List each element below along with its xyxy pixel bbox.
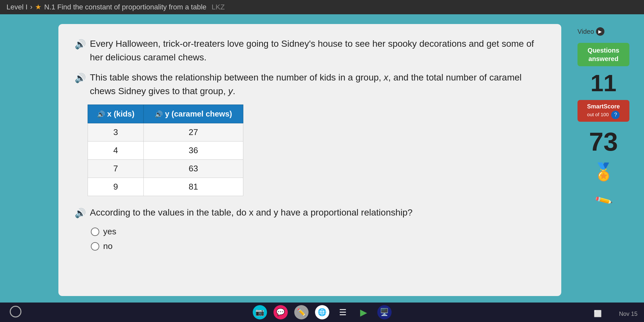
pencil-icon: ✏️ [594, 191, 613, 210]
table-cell-y: 81 [144, 178, 243, 196]
taskbar-icon-camera[interactable]: 📷 [253, 305, 267, 319]
table-cell-x: 7 [88, 160, 144, 178]
table-col1-header: 🔊 x (kids) [88, 105, 144, 123]
table-cell-y: 36 [144, 142, 243, 160]
table-row: 9 81 [88, 178, 243, 196]
paragraph1-container: 🔊 Every Halloween, trick-or-treaters lov… [75, 37, 545, 64]
date-display: Nov 15 [619, 311, 638, 317]
video-button[interactable]: Video ▶ [577, 27, 604, 36]
pencil-container: ✏️ [596, 193, 611, 207]
paragraph2-container: 🔊 This table shows the relationship betw… [75, 71, 545, 98]
smartscore-sublabel: out of 100 ? [581, 111, 626, 119]
table-cell-x: 3 [88, 123, 144, 142]
speaker-icon-2[interactable]: 🔊 [75, 71, 86, 85]
question-text-container: 🔊 According to the values in the table, … [75, 206, 545, 220]
bottom-left-circle [10, 306, 21, 317]
breadcrumb: Level I › ★ N.1 Find the constant of pro… [6, 3, 225, 11]
smartscore-number: 73 [589, 127, 618, 157]
table-row: 3 27 [88, 123, 243, 142]
taskbar-icon-chrome[interactable]: 🌐 [315, 305, 329, 319]
separator: › [30, 3, 32, 11]
radio-group: yes no [91, 227, 545, 251]
table-cell-x: 4 [88, 142, 144, 160]
speaker-icon-col1[interactable]: 🔊 [97, 111, 105, 118]
star-icon: ★ [35, 3, 42, 11]
table-cell-x: 9 [88, 178, 144, 196]
taskbar-icon-menu[interactable]: ☰ [336, 305, 350, 319]
speaker-icon-col2[interactable]: 🔊 [155, 111, 163, 118]
play-circle-icon: ▶ [596, 27, 604, 36]
score-number: 11 [590, 71, 616, 95]
top-bar: Level I › ★ N.1 Find the constant of pro… [0, 0, 644, 14]
radio-yes[interactable] [91, 228, 99, 236]
taskbar: 📷 💬 ✏️ 🌐 ☰ ▶ 🖥️ [0, 303, 644, 322]
content-card: 🔊 Every Halloween, trick-or-treaters lov… [58, 24, 561, 296]
smartscore-label: SmartScore [581, 103, 626, 111]
taskbar-icon-chat[interactable]: 💬 [273, 305, 288, 319]
table-row: 4 36 [88, 142, 243, 160]
option-no-label: no [103, 241, 113, 251]
main-area: 🔊 Every Halloween, trick-or-treaters lov… [0, 14, 644, 303]
table-cell-y: 27 [144, 123, 243, 142]
question-section: 🔊 According to the values in the table, … [75, 206, 545, 251]
speaker-icon-1[interactable]: 🔊 [75, 38, 86, 51]
option-yes[interactable]: yes [91, 227, 545, 237]
radio-no[interactable] [91, 242, 99, 251]
monitor-small-icon[interactable]: ⬜ [594, 310, 602, 317]
questions-answered-label: Questions answered [588, 47, 619, 62]
table-body: 3 27 4 36 7 63 9 81 [88, 123, 243, 196]
smartscore-badge: SmartScore out of 100 ? [577, 100, 629, 122]
questions-answered-button[interactable]: Questions answered [577, 43, 629, 66]
table-header-row: 🔊 x (kids) 🔊 y (caramel chews) [88, 105, 243, 123]
table-col2-header: 🔊 y (caramel chews) [144, 105, 243, 123]
table-cell-y: 63 [144, 160, 243, 178]
data-table: 🔊 x (kids) 🔊 y (caramel chews) 3 27 4 36… [88, 105, 243, 196]
lesson-code: LKZ [212, 3, 225, 11]
medal-icon: 🏅 [593, 162, 614, 182]
right-sidebar: Video ▶ Questions answered 11 SmartScore… [571, 24, 636, 296]
taskbar-icon-window[interactable]: 🖥️ [377, 305, 392, 319]
lesson-title: N.1 Find the constant of proportionality… [44, 3, 206, 11]
video-label: Video [577, 28, 594, 35]
option-yes-label: yes [103, 227, 116, 237]
speaker-icon-question[interactable]: 🔊 [75, 206, 86, 220]
paragraph1-text: Every Halloween, trick-or-treaters love … [90, 37, 545, 64]
taskbar-icon-play[interactable]: ▶ [357, 305, 371, 319]
taskbar-icon-pencil[interactable]: ✏️ [294, 305, 309, 319]
sidebar-top-row: Video ▶ [571, 27, 636, 36]
table-row: 7 63 [88, 160, 243, 178]
level-label: Level I [6, 3, 28, 11]
question-text: According to the values in the table, do… [90, 206, 413, 219]
info-icon[interactable]: ? [611, 111, 620, 119]
paragraph2-text: This table shows the relationship betwee… [90, 71, 545, 98]
option-no[interactable]: no [91, 241, 545, 251]
